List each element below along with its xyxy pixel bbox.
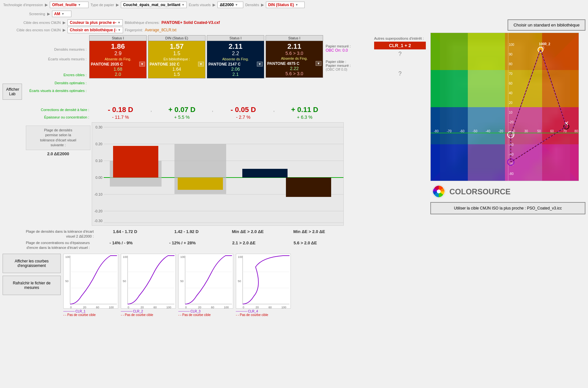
colorsource-logo: [432, 184, 446, 199]
svg-text:100: 100: [109, 306, 114, 309]
curve-chart-3: 100 50 0 20 60 100 ─────CLR_3: [178, 254, 233, 317]
plage-densites-info-label: Plage de densités dans la tolérance d'éc…: [26, 229, 95, 239]
cible-cmjn-value: Couleur la plus proche e-: [70, 20, 116, 25]
afficher-courbes-button[interactable]: Afficher les courbes d'engraissement: [3, 254, 61, 273]
svg-text:0: 0: [70, 306, 72, 309]
techno-dropdown[interactable]: Offset_feuille ▼: [50, 2, 89, 8]
svg-text:-80: -80: [434, 129, 439, 133]
sep2: Écarts visuels: [189, 3, 211, 7]
block2-encre-dropdown[interactable]: ▼: [198, 62, 204, 66]
svg-text:70: 70: [509, 72, 513, 76]
cible-non-cmjn-dropdown[interactable]: Choisir en bibliothèque (- ▼: [68, 27, 123, 33]
autres-title: Autres superpositions d'intérêt :: [374, 36, 426, 40]
fingerprint-value: Average_8CLR.txt: [145, 28, 176, 32]
block4-ecart: 5.6 > 3.0: [267, 51, 321, 56]
techno-arrow: ▼: [78, 3, 81, 6]
block-1: Status I 1.86 2.9 Absente ds Fing. PANTO…: [89, 35, 147, 78]
svg-text:100: 100: [224, 306, 229, 309]
curve-chart-2: 100 50 0 20 60 100 ─────CLR_2: [121, 254, 176, 317]
ecarts-opt-row-label: Écarts visuels à densités optimales :: [23, 87, 88, 95]
colorsource-area: COLORSOURCE: [430, 183, 585, 200]
plage-val-3: Min ΔE > 2.0 ΔE: [219, 229, 277, 234]
plage-val-1: 1.64 - 1.72 D: [96, 229, 154, 234]
block1-ecart-opt: 2.0: [91, 72, 145, 77]
block2-header: DIN (Status E): [148, 36, 205, 41]
block4-ecart-opt: 5.6 > 3.0: [267, 71, 321, 76]
svg-text:30: 30: [524, 129, 528, 133]
cible-cmjn-label: Cible des encres CMJN: [3, 21, 61, 25]
corr-val-3: - 0.05 D: [215, 106, 272, 114]
paper-block: Papier mesuré : OBC On: 0.0 Papier cible…: [324, 35, 373, 73]
svg-rect-19: [286, 178, 331, 197]
bar-chart-svg: 0.30 0.20 0.10 0.00 -0.10 -0.20 -0.30: [92, 122, 344, 226]
svg-text:-70: -70: [447, 129, 452, 133]
svg-text:-50: -50: [509, 143, 514, 147]
svg-text:20: 20: [509, 101, 513, 105]
curve2-label: CLR_2: [133, 310, 143, 313]
fingerprint-label: Fingerprint:: [125, 28, 143, 32]
paper-obc-off: (OBC Off 0.0): [326, 67, 372, 71]
arrow4-icon: ▶: [261, 3, 264, 7]
block1-encre-dropdown[interactable]: ▼: [139, 62, 145, 66]
block4-encre-dropdown[interactable]: ▼: [316, 61, 321, 66]
techno-label: Technologie d'impression: [3, 3, 43, 7]
densites-dropdown[interactable]: DIN (Status E) ▼: [266, 2, 305, 8]
standard-iso-button[interactable]: Utiliser la cible CMJN ISO la plus proch…: [430, 202, 585, 214]
block3-density-opt: 2.06: [208, 66, 263, 72]
svg-text:-0.10: -0.10: [94, 192, 102, 196]
plage-val-4: Min ΔE > 2.0 ΔE: [280, 229, 338, 234]
papier-dropdown[interactable]: Couché_épais_mat_ou_brillant ▼: [121, 2, 187, 8]
corr-comma-1: ,: [151, 106, 152, 114]
svg-text:-0.30: -0.30: [94, 219, 102, 223]
block4-density-opt: 2.22: [267, 66, 321, 71]
svg-text:60: 60: [153, 306, 157, 309]
cible-cmjn-dropdown[interactable]: Couleur la plus proche e- ▼: [68, 19, 123, 26]
screening-dropdown[interactable]: AM ▼: [52, 11, 71, 17]
colorsource-name: COLORSOURCE: [449, 187, 510, 196]
block4-density: 2.11: [267, 42, 321, 51]
block4-header: Status I: [266, 36, 323, 41]
svg-text:100R_2: 100R_2: [539, 42, 550, 46]
block4-encre: PANTONE 4975 C: [267, 61, 315, 66]
svg-point-115: [437, 189, 441, 193]
densites-arrow: ▼: [295, 3, 298, 6]
conc-val-4: 5.6 > 2.0 ΔE: [277, 240, 334, 245]
svg-text:0: 0: [128, 306, 129, 309]
conc-val-2: - 12% / + 28%: [154, 240, 211, 245]
block3-encre: PANTONE 2147 C: [208, 62, 256, 66]
corr-comma-3: ,: [273, 106, 275, 114]
svg-rect-73: [431, 144, 468, 181]
conc-val-1: - 14% / - 9%: [92, 240, 150, 245]
svg-text:50: 50: [65, 280, 68, 283]
block2-bibliotheque: En bibliothèque :: [150, 56, 204, 62]
color-diagram: -80 -70 -60 -50 -40 -20 10 30 50 60 70 8…: [430, 33, 579, 181]
conc-info-label: Plage de concentrations ou d'épaisseursd…: [26, 240, 91, 250]
arrow7-icon: ▶: [63, 28, 66, 32]
block3-encre-dropdown[interactable]: ▼: [257, 62, 263, 66]
densites-row-label: Densités mesurées :: [23, 44, 88, 55]
epais-val-4: + 6.3 %: [276, 115, 333, 120]
cible-cmjn-arrow: ▼: [118, 21, 121, 24]
ecarts-dropdown[interactable]: ΔE2000 ▼: [217, 2, 243, 8]
sep3: Densités: [245, 3, 259, 7]
epais-val-3: - 2.7 %: [215, 115, 272, 120]
autres-block: Autres superpositions d'intérêt : CLR_1 …: [374, 35, 426, 77]
curve4-label: CLR_4: [248, 310, 258, 313]
papier-value: Couché_épais_mat_ou_brillant: [123, 3, 180, 7]
afficher-lab-button[interactable]: Afficher Lab: [3, 84, 22, 100]
svg-text:60: 60: [550, 129, 554, 133]
densites-opt-row-label: Densités optimales :: [23, 79, 88, 87]
corr-val-1: - 0.18 D: [92, 106, 149, 114]
block3-header: Status I: [207, 36, 264, 41]
svg-rect-70: [468, 107, 505, 144]
choisir-standard-button[interactable]: Choisir un standard en bibliothèque: [508, 19, 585, 31]
paper-obc-val: OBC On: 0.0: [326, 48, 372, 53]
svg-rect-62: [468, 33, 505, 70]
block-3: Status I 2.11 2.2 Absente ds Fing. PANTO…: [207, 35, 264, 78]
rafraichir-button[interactable]: Rafraîchir le fichier de mesures: [3, 276, 61, 295]
paper-mesure2-label: Papier mesuré :: [326, 64, 372, 67]
ecarts-arrow: ▼: [235, 3, 238, 6]
block1-encre: PANTONE 2035 C: [91, 62, 139, 66]
screening-arrow: ▼: [61, 12, 64, 15]
ecarts-row-label: Écarts visuels mesurés :: [23, 55, 88, 64]
